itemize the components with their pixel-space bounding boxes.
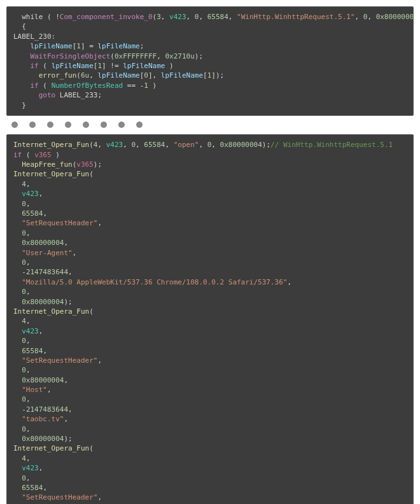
code-block-2: Internet_Opera_Fun(4, v423, 0, 65584, "o… — [6, 134, 414, 504]
code-block-1: while ( !Com_component_invoke_0(3, v423,… — [6, 6, 414, 116]
separator-dots — [11, 121, 414, 130]
